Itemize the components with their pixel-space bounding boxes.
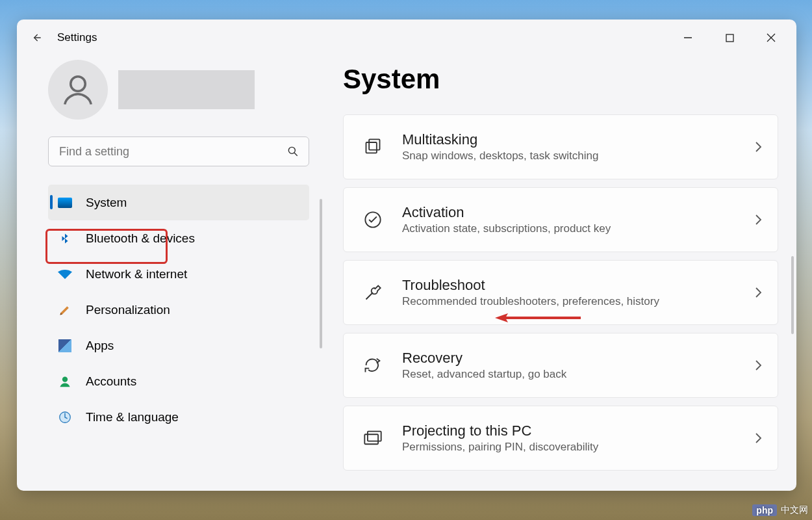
sidebar-item-personalization[interactable]: Personalization [48,292,309,328]
sidebar-item-accounts[interactable]: Accounts [48,363,309,399]
card-recovery[interactable]: Recovery Reset, advanced startup, go bac… [343,333,778,398]
search-input[interactable] [58,144,266,159]
sidebar-nav: System Bluetooth & devices Network & int… [17,185,316,435]
arrow-left-icon [30,31,43,44]
check-circle-icon [363,210,383,229]
svg-rect-9 [368,432,381,441]
sidebar-item-network[interactable]: Network & internet [48,256,309,292]
projecting-icon [363,428,383,448]
sidebar-item-bluetooth[interactable]: Bluetooth & devices [48,220,309,256]
sidebar-item-label: Time & language [86,410,179,424]
svg-point-3 [62,376,68,382]
search-box[interactable] [48,136,309,166]
svg-rect-5 [366,142,377,153]
card-title: Projecting to this PC [402,422,598,439]
card-text: Multitasking Snap windows, desktops, tas… [402,131,598,162]
user-name-redacted [118,70,255,109]
chevron-right-icon [754,286,762,299]
card-subtitle: Permissions, pairing PIN, discoverabilit… [402,441,598,454]
display-icon [57,195,73,211]
content-pane: System Multitasking Snap windows, deskto… [316,56,796,491]
back-button[interactable] [23,25,49,51]
svg-point-2 [288,147,295,153]
clock-globe-icon [57,410,73,425]
sidebar-item-system[interactable]: System [48,185,309,220]
paintbrush-icon [57,302,73,318]
maximize-button[interactable] [715,25,744,51]
sidebar-item-label: Accounts [86,374,136,389]
settings-cards: Multitasking Snap windows, desktops, tas… [343,114,778,471]
chevron-right-icon [754,213,762,226]
content-scrollbar[interactable] [791,256,794,334]
card-subtitle: Snap windows, desktops, task switching [402,150,598,162]
recovery-icon [363,356,383,375]
sidebar-item-time-language[interactable]: Time & language [48,399,309,435]
card-activation[interactable]: Activation Activation state, subscriptio… [343,187,778,252]
window-controls [673,25,790,51]
card-text: Activation Activation state, subscriptio… [402,204,611,235]
card-text: Projecting to this PC Permissions, pairi… [402,422,598,454]
sidebar-item-apps[interactable]: Apps [48,328,309,363]
svg-rect-0 [726,34,733,42]
avatar [48,60,108,120]
selection-accent [50,195,53,209]
titlebar: Settings [17,20,796,56]
chevron-right-icon [754,432,762,445]
maximize-icon [726,34,734,42]
card-title: Troubleshoot [402,277,659,294]
card-title: Activation [402,204,611,221]
card-subtitle: Recommended troubleshooters, preferences… [402,295,659,308]
close-button[interactable] [756,25,786,51]
svg-point-1 [71,77,86,92]
close-icon [767,33,776,42]
settings-window: Settings [17,20,796,491]
person-icon [57,374,73,389]
minimize-button[interactable] [673,25,703,51]
card-multitasking[interactable]: Multitasking Snap windows, desktops, tas… [343,114,778,179]
search-icon [286,145,299,158]
watermark-text: 中文网 [781,504,808,516]
card-subtitle: Reset, advanced startup, go back [402,368,566,381]
card-title: Recovery [402,350,566,367]
card-text: Recovery Reset, advanced startup, go bac… [402,350,566,381]
window-body: System Bluetooth & devices Network & int… [17,56,796,491]
svg-rect-8 [364,434,378,444]
sidebar-item-label: Apps [86,339,114,353]
card-troubleshoot[interactable]: Troubleshoot Recommended troubleshooters… [343,260,778,325]
wrench-icon [363,283,383,302]
card-text: Troubleshoot Recommended troubleshooters… [402,277,659,308]
card-projecting[interactable]: Projecting to this PC Permissions, pairi… [343,406,778,471]
sidebar-item-label: Personalization [86,303,170,317]
sidebar-item-label: Network & internet [86,267,187,281]
sidebar-item-label: System [86,196,127,210]
svg-rect-6 [369,139,379,150]
card-title: Multitasking [402,131,598,148]
bluetooth-icon [57,231,73,246]
chevron-right-icon [754,140,762,153]
search-wrap [17,127,316,170]
multitasking-icon [363,137,383,157]
wifi-icon [57,266,73,282]
chevron-right-icon [754,359,762,372]
card-subtitle: Activation state, subscriptions, product… [402,222,611,235]
watermark: php 中文网 [752,504,808,516]
watermark-tag: php [752,504,777,516]
app-title: Settings [57,31,97,44]
page-title: System [343,64,778,95]
apps-icon [57,338,73,354]
profile-section[interactable] [17,56,316,127]
user-icon [60,72,95,107]
sidebar-item-label: Bluetooth & devices [86,231,195,246]
sidebar: System Bluetooth & devices Network & int… [17,56,316,491]
minimize-icon [683,33,692,42]
